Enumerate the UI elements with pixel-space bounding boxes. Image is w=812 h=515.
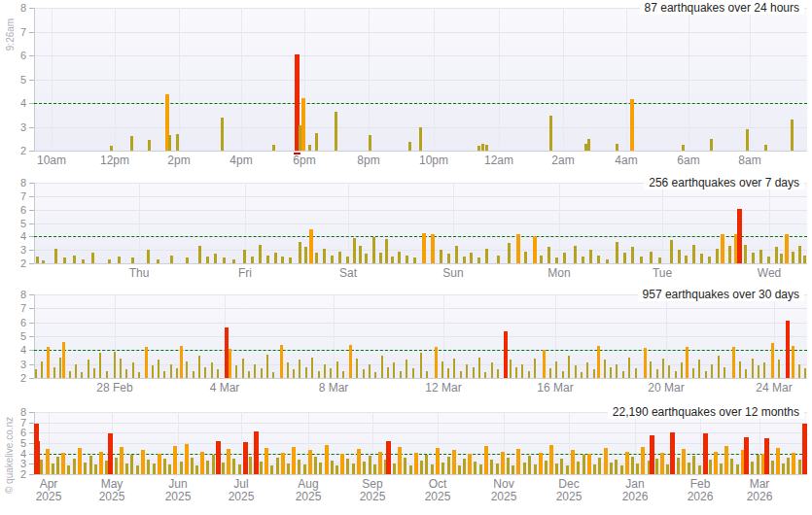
quake-bar[interactable] [528, 371, 530, 378]
quake-bar[interactable] [435, 347, 438, 378]
quake-bar[interactable] [549, 445, 553, 474]
quake-bar[interactable] [335, 112, 337, 151]
quake-bar[interactable] [543, 350, 546, 378]
quake-bar[interactable] [540, 256, 543, 263]
quake-bar[interactable] [232, 259, 235, 263]
quake-bar[interactable] [757, 455, 759, 474]
quake-bar[interactable] [81, 372, 83, 378]
quake-bar[interactable] [180, 462, 183, 474]
quake-bar[interactable] [130, 455, 133, 474]
quake-bar[interactable] [534, 464, 537, 474]
quake-bar[interactable] [141, 450, 145, 474]
quake-bar[interactable] [515, 367, 517, 378]
quake-bar[interactable] [56, 457, 59, 474]
quake-bar[interactable] [528, 456, 531, 474]
quake-bar[interactable] [78, 448, 82, 474]
quake-bar[interactable] [157, 259, 159, 263]
quake-bar[interactable] [692, 368, 694, 378]
quake-bar[interactable] [259, 245, 262, 263]
quake-bar[interactable] [650, 435, 654, 474]
quake-bar[interactable] [677, 458, 680, 474]
quake-bar[interactable] [776, 448, 780, 474]
quake-bar[interactable] [378, 452, 382, 474]
quake-bar[interactable] [130, 136, 133, 151]
quake-bar[interactable] [549, 116, 552, 151]
quake-bar[interactable] [771, 343, 774, 378]
quake-bar[interactable] [745, 369, 747, 378]
quake-bar[interactable] [703, 433, 708, 474]
quake-bar[interactable] [431, 464, 434, 474]
quake-bar[interactable] [786, 321, 790, 378]
quake-bar[interactable] [479, 464, 482, 474]
quake-bar[interactable] [298, 460, 300, 474]
quake-bar[interactable] [398, 447, 402, 474]
quake-bar[interactable] [206, 257, 209, 263]
quake-bar[interactable] [47, 347, 50, 378]
quake-bar[interactable] [655, 459, 658, 474]
quake-bar[interactable] [453, 359, 455, 378]
quake-bar[interactable] [658, 258, 661, 263]
quake-bar[interactable] [586, 362, 588, 378]
quake-bar[interactable] [217, 369, 219, 378]
quake-bar[interactable] [346, 257, 349, 263]
quake-bar[interactable] [485, 249, 488, 263]
quake-bar[interactable] [744, 437, 749, 474]
quake-bar[interactable] [767, 257, 770, 263]
quake-bar[interactable] [132, 362, 134, 378]
quake-bar[interactable] [420, 461, 423, 474]
quake-bar[interactable] [589, 250, 592, 263]
quake-bar[interactable] [67, 465, 70, 474]
quake-bar[interactable] [798, 460, 801, 474]
quake-bar[interactable] [474, 462, 477, 474]
quake-bar[interactable] [631, 457, 634, 474]
quake-bar[interactable] [692, 245, 695, 263]
quake-bar[interactable] [473, 367, 475, 378]
quake-bar[interactable] [381, 356, 383, 378]
quake-bar[interactable] [125, 369, 127, 378]
quake-bar[interactable] [400, 371, 402, 378]
quake-bar[interactable] [303, 464, 306, 474]
quake-bar[interactable] [628, 358, 630, 379]
quake-bar[interactable] [597, 346, 600, 378]
quake-bar[interactable] [311, 358, 313, 379]
quake-bar[interactable] [346, 459, 349, 474]
quake-bar[interactable] [560, 459, 563, 474]
quake-bar[interactable] [54, 249, 57, 263]
quake-bar[interactable] [778, 360, 780, 378]
quake-bar[interactable] [62, 342, 65, 378]
quake-bar[interactable] [265, 448, 268, 474]
quake-bar[interactable] [274, 253, 277, 263]
quake-bar[interactable] [431, 234, 435, 263]
quake-bar[interactable] [447, 368, 449, 378]
quake-bar[interactable] [323, 249, 326, 263]
quake-bar[interactable] [625, 452, 629, 474]
quake-bar[interactable] [315, 133, 318, 151]
quake-bar[interactable] [705, 371, 707, 378]
quake-bar[interactable] [730, 459, 733, 474]
quake-bar[interactable] [340, 454, 344, 474]
quake-bar[interactable] [138, 372, 140, 378]
quake-bar[interactable] [436, 448, 440, 474]
quake-bar[interactable] [261, 368, 263, 378]
quake-bar[interactable] [114, 352, 116, 378]
quake-bar[interactable] [481, 144, 484, 151]
quake-bar[interactable] [700, 254, 703, 263]
quake-bar[interactable] [555, 361, 557, 378]
quake-bar[interactable] [504, 331, 508, 378]
quake-bar[interactable] [512, 465, 514, 474]
quake-bar[interactable] [746, 129, 749, 151]
quake-bar[interactable] [52, 464, 54, 474]
quake-bar[interactable] [545, 461, 547, 474]
quake-bar[interactable] [163, 459, 166, 474]
quake-bar[interactable] [533, 236, 537, 263]
quake-bar[interactable] [656, 369, 658, 378]
quake-bar[interactable] [91, 253, 94, 263]
quake-bar[interactable] [622, 371, 624, 378]
quake-bar[interactable] [99, 452, 103, 474]
quake-bar[interactable] [191, 458, 194, 474]
quake-bar[interactable] [292, 447, 296, 474]
quake-bar[interactable] [468, 454, 472, 474]
quake-bar[interactable] [61, 453, 65, 474]
quake-bar[interactable] [425, 455, 428, 474]
quake-bar[interactable] [406, 360, 407, 378]
